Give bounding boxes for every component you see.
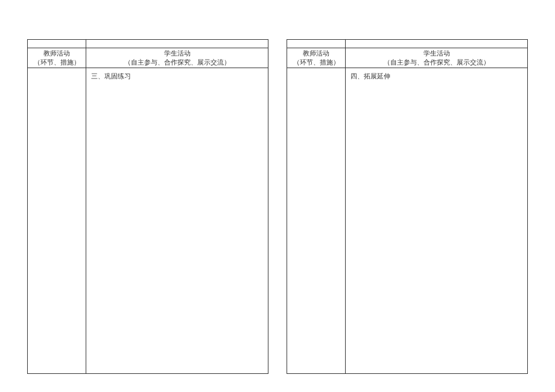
body-row: 三、巩固练习	[27, 68, 268, 374]
top-bar-left	[27, 39, 86, 48]
teacher-activity-subtitle: （环节、措施）	[293, 58, 340, 67]
body-row: 四、拓展延伸	[287, 68, 528, 374]
student-activity-body: 四、拓展延伸	[346, 68, 528, 374]
section-title: 四、拓展延伸	[350, 72, 390, 80]
header-row: 教师活动 （环节、措施） 学生活动 （自主参与、合作探究、展示交流）	[287, 48, 528, 68]
student-activity-header: 学生活动 （自主参与、合作探究、展示交流）	[86, 48, 268, 68]
teacher-activity-title: 教师活动	[303, 49, 329, 58]
section-title: 三、巩固练习	[91, 72, 131, 80]
teacher-activity-header: 教师活动 （环节、措施）	[27, 48, 86, 68]
left-page: 教师活动 （环节、措施） 学生活动 （自主参与、合作探究、展示交流） 三、巩固练…	[27, 39, 268, 374]
student-activity-body: 三、巩固练习	[86, 68, 268, 374]
teacher-activity-title: 教师活动	[43, 49, 70, 58]
student-activity-title: 学生活动	[423, 49, 450, 58]
teacher-activity-body	[287, 68, 346, 374]
header-row: 教师活动 （环节、措施） 学生活动 （自主参与、合作探究、展示交流）	[27, 48, 268, 68]
student-activity-header: 学生活动 （自主参与、合作探究、展示交流）	[346, 48, 528, 68]
top-bar	[27, 39, 268, 48]
teacher-activity-header: 教师活动 （环节、措施）	[287, 48, 346, 68]
teacher-activity-body	[27, 68, 86, 374]
top-bar-right	[346, 39, 528, 48]
student-activity-subtitle: （自主参与、合作探究、展示交流）	[124, 58, 230, 67]
student-activity-title: 学生活动	[164, 49, 191, 58]
student-activity-subtitle: （自主参与、合作探究、展示交流）	[384, 58, 490, 67]
top-bar	[287, 39, 528, 48]
right-page: 教师活动 （环节、措施） 学生活动 （自主参与、合作探究、展示交流） 四、拓展延…	[287, 39, 528, 374]
top-bar-left	[287, 39, 346, 48]
teacher-activity-subtitle: （环节、措施）	[34, 58, 80, 67]
top-bar-right	[86, 39, 268, 48]
